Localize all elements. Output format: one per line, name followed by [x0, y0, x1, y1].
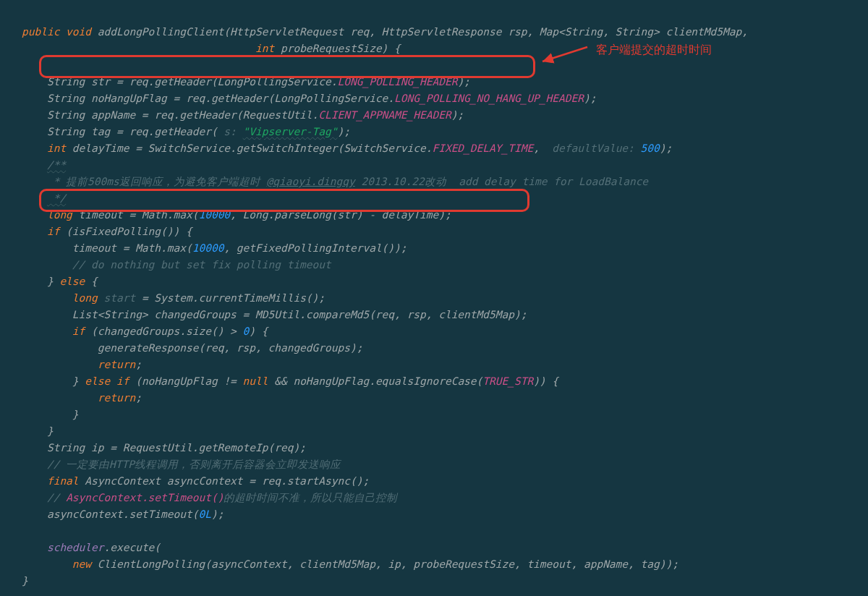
line: }: [22, 575, 28, 587]
line: * 提前500ms返回响应，为避免客户端超时 @qiaoyi.dingqy 20…: [22, 176, 648, 187]
line: List<String> changedGroups = MD5Util.com…: [22, 309, 527, 320]
line: int probeRequestSize) {: [22, 43, 401, 54]
line: if (isFixedPolling()) {: [22, 226, 192, 237]
line: if (changedGroups.size() > 0) {: [22, 325, 268, 337]
annotation-label: 客户端提交的超时时间: [596, 41, 712, 58]
line: String appName = req.getHeader(RequestUt…: [22, 109, 464, 121]
line: // AsyncContext.setTimeout()的超时时间不准，所以只能…: [22, 492, 397, 503]
line: new ClientLongPolling(asyncContext, clie…: [22, 558, 678, 570]
line: scheduler.execute(: [22, 542, 161, 553]
code-editor[interactable]: public void addLongPollingClient(HttpSer…: [0, 0, 868, 589]
line: }: [22, 425, 54, 437]
line: }: [22, 409, 79, 420]
line: } else {: [22, 276, 98, 287]
line: generateResponse(req, rsp, changedGroups…: [22, 342, 362, 354]
line: // do nothing but set fix polling timeou…: [22, 259, 331, 271]
line: return;: [22, 392, 142, 404]
line: String tag = req.getHeader( s: "Vipserve…: [22, 126, 350, 137]
line: long start = System.currentTimeMillis();: [22, 292, 325, 304]
line: */: [22, 192, 66, 204]
line: /**: [22, 159, 66, 171]
line: String noHangUpFlag = req.getHeader(Long…: [22, 93, 596, 104]
line: return;: [22, 359, 142, 370]
line: } else if (noHangUpFlag != null && noHan…: [22, 375, 558, 387]
line: String ip = RequestUtil.getRemoteIp(req)…: [22, 442, 306, 454]
line: // 一定要由HTTP线程调用，否则离开后容器会立即发送响应: [22, 459, 341, 470]
line: asyncContext.setTimeout(0L);: [22, 508, 224, 520]
line: int delayTime = SwitchService.getSwitchI…: [22, 142, 672, 154]
line: long timeout = Math.max(10000, Long.pars…: [22, 209, 451, 221]
line: public void addLongPollingClient(HttpSer…: [22, 26, 748, 38]
line: timeout = Math.max(10000, getFixedPollin…: [22, 242, 407, 254]
line: final AsyncContext asyncContext = req.st…: [22, 475, 369, 487]
line: String str = req.getHeader(LongPollingSe…: [22, 76, 470, 88]
